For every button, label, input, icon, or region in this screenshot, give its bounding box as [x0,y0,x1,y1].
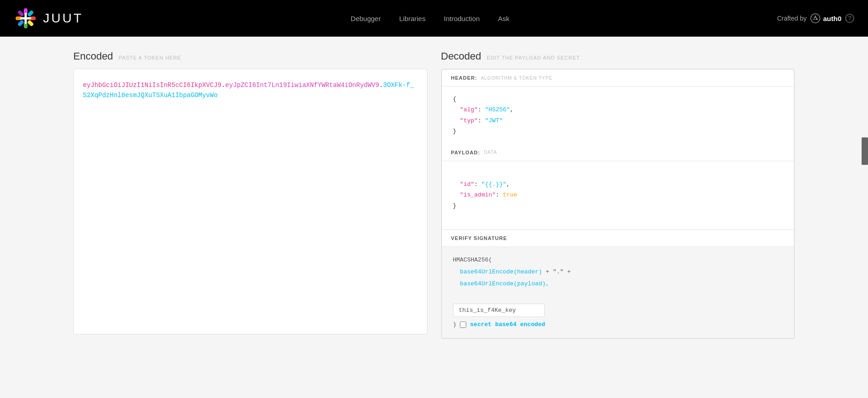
payload-is-admin-val: true [503,191,517,198]
header-alg-key: "alg" [460,106,478,113]
decoded-title: Decoded EDIT THE PAYLOAD AND SECRET [441,50,795,62]
token-part1: eyJhbGciOiJIUzI1NiIsInR5cCI6IkpXVCJ9 [83,82,221,89]
main-nav: Debugger Libraries Introduction Ask [351,15,510,22]
decoded-label: Decoded [441,50,481,62]
header-sublabel: ALGORITHM & TOKEN TYPE [481,76,552,81]
svg-rect-3 [27,20,34,27]
help-icon[interactable]: ? [845,14,854,23]
nav-introduction[interactable]: Introduction [444,15,480,22]
header-alg-val: "HS256" [485,106,510,113]
logo-icon [14,6,38,30]
crafted-by-text: Crafted by [777,15,807,22]
svg-rect-1 [27,10,34,17]
verify-body: HMACSHA256( base64UrlEncode(header) + ".… [442,247,794,338]
auth0-icon [810,13,820,23]
encoded-panel: Encoded PASTE A TOKEN HERE eyJhbGciOiJIU… [73,50,427,384]
payload-is-admin-key: "is_admin" [460,191,496,198]
header-section-body[interactable]: { "alg": "HS256", "typ": "JWT" } [442,87,794,144]
checkbox-row: ) secret base64 encoded [453,319,783,331]
checkbox-label: secret base64 encoded [470,319,545,331]
auth0-logo: auth0 [810,13,841,23]
header-section-header: HEADER: ALGORITHM & TOKEN TYPE [442,70,794,87]
payload-id-key: "id" [460,181,474,188]
encoded-token-box[interactable]: eyJhbGciOiJIUzI1NiIsInR5cCI6IkpXVCJ9.eyJ… [73,69,427,334]
hmac-line1b: + "." + [542,268,571,275]
header-label: HEADER: [451,75,477,81]
nav-ask[interactable]: Ask [498,15,509,22]
hmac-line1a: base64UrlEncode(header) [460,268,542,275]
nav-libraries[interactable]: Libraries [399,15,426,22]
header-brace-open: { [453,96,457,103]
verify-section: VERIFY SIGNATURE HMACSHA256( base64UrlEn… [442,230,795,338]
base64-checkbox[interactable] [460,322,466,328]
svg-rect-7 [17,10,25,17]
payload-id-val: "{{.}}" [481,181,507,188]
nav-debugger[interactable]: Debugger [351,15,381,22]
crafted-by: Crafted by auth0 ? [777,13,854,23]
svg-rect-5 [17,20,25,27]
logo-area: JUUT [14,6,83,30]
header-typ-key: "typ" [460,117,478,124]
svg-rect-9 [20,17,31,20]
payload-section-header: PAYLOAD: DATA [442,144,794,161]
decoded-panel: Decoded EDIT THE PAYLOAD AND SECRET HEAD… [441,50,795,384]
payload-brace-close: } [453,202,457,209]
header-section: HEADER: ALGORITHM & TOKEN TYPE { "alg": … [442,69,795,144]
header-brace-close: } [453,128,457,135]
decoded-container: HEADER: ALGORITHM & TOKEN TYPE { "alg": … [441,69,795,339]
scrollbar[interactable] [862,137,868,165]
main-header: JUUT Debugger Libraries Introduction Ask… [0,0,868,37]
token-part2: eyJpZCI6Int7Ln19IiwiaXNfYWRtaW4iOnRydWV9 [225,82,379,89]
encoded-subtitle: PASTE A TOKEN HERE [119,55,181,60]
main-content: Encoded PASTE A TOKEN HERE eyJhbGciOiJIU… [0,37,868,398]
verify-label: VERIFY SIGNATURE [451,235,508,241]
hmac-close-paren: ) [453,319,457,331]
header-right: Crafted by auth0 ? [777,13,854,23]
hmac-open: HMACSHA256( [453,256,492,263]
payload-sublabel: DATA [484,150,497,155]
payload-section-body[interactable]: "id": "{{.}}", "is_admin": true } [442,161,794,229]
auth0-brand-text: auth0 [823,15,841,22]
payload-label: PAYLOAD: [451,150,480,155]
decoded-subtitle: EDIT THE PAYLOAD AND SECRET [487,55,580,60]
encoded-title: Encoded PASTE A TOKEN HERE [73,50,427,62]
token-sep1: . [221,82,225,89]
hmac-line2a: base64UrlEncode(payload), [460,280,549,287]
payload-section: PAYLOAD: DATA "id": "{{.}}", "is_admin":… [442,144,795,230]
header-typ-val: "JWT" [485,117,503,124]
secret-input[interactable] [453,304,545,317]
verify-header: VERIFY SIGNATURE [442,230,794,247]
logo-text: JUUT [43,11,83,26]
secret-input-row [453,304,783,317]
encoded-label: Encoded [73,50,113,62]
